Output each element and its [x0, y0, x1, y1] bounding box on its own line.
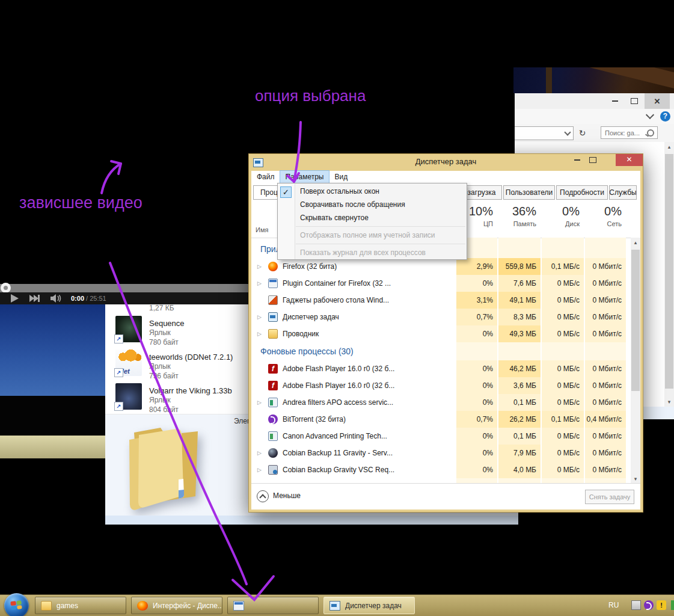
volgarr-shortcut-icon[interactable]: ↗: [115, 383, 142, 410]
window-tray-icon[interactable]: [631, 600, 641, 610]
search-input[interactable]: Поиск: ga...: [601, 126, 658, 139]
taskbar-button-4[interactable]: Диспетчер задач: [323, 597, 415, 614]
expand-arrow-icon[interactable]: ▷: [257, 445, 262, 461]
name-column-header[interactable]: Имя: [256, 226, 268, 233]
scroll-down-icon[interactable]: ▾: [664, 397, 674, 407]
menu-item-options[interactable]: Параметры: [280, 171, 329, 183]
taskbar-button-2[interactable]: Интерфейс - Диспе...: [131, 597, 222, 614]
close-button[interactable]: ✕: [616, 154, 643, 166]
process-row[interactable]: ▷Plugin Container for Firefox (32 ...0%7…: [251, 275, 631, 292]
player-controls: 0:00 / 25:51: [0, 292, 248, 304]
file-name[interactable]: Sequence: [149, 319, 185, 328]
options-menu-item[interactable]: Сворачивать после обращения: [278, 198, 467, 211]
menu-item-view[interactable]: Вид: [329, 171, 353, 183]
volume-icon[interactable]: [51, 294, 61, 303]
play-icon[interactable]: [11, 294, 19, 303]
cobian-vsc-icon: [268, 465, 278, 475]
process-row[interactable]: fAdobe Flash Player 16.0 r0 (32 б...0%3,…: [251, 377, 631, 394]
scroll-up-icon[interactable]: ▴: [664, 142, 674, 152]
firefox-icon: [137, 601, 148, 611]
end-task-button[interactable]: Снять задачу: [585, 490, 634, 504]
start-button[interactable]: [4, 593, 29, 616]
flash-player-icon: f: [268, 364, 278, 374]
tab-7[interactable]: Службы: [609, 185, 637, 200]
teeworlds-shortcut-icon[interactable]: Net ↗: [115, 350, 142, 376]
process-group-header[interactable]: Фоновые процессы (30): [251, 342, 631, 360]
process-row[interactable]: fAdobe Flash Player 16.0 r0 (32 б...0%46…: [251, 360, 631, 377]
process-stat-value: 0 МБ/с: [542, 360, 584, 377]
process-row[interactable]: ▷Проводник0%49,3 МБ0 МБ/с0 Мбит/с: [251, 325, 631, 342]
process-row[interactable]: ▷Firefox (32 бита)2,9%559,8 МБ0,1 МБ/с0 …: [251, 258, 631, 275]
process-row[interactable]: ▷Cobian Backup Gravity VSC Req...0%4,0 М…: [251, 461, 631, 478]
process-stat-value: 0,1 МБ: [498, 428, 541, 445]
process-name: Cobian Backup Gravity VSC Req...: [283, 461, 394, 478]
help-icon[interactable]: ?: [660, 111, 670, 122]
maximize-button[interactable]: [625, 93, 643, 109]
bittorrent-tray-icon[interactable]: [644, 600, 654, 610]
next-icon[interactable]: [29, 295, 40, 302]
menu-separator: [296, 226, 465, 227]
process-row[interactable]: ▷Cobian Backup 11 Gravity - Serv...0%7,9…: [251, 445, 631, 461]
file-name[interactable]: teeworlds (DDNet 7.2.1): [149, 353, 233, 362]
process-row[interactable]: BitTorrent (32 бита)0,7%26,2 МБ0,1 МБ/с0…: [251, 411, 631, 428]
process-row[interactable]: Canon Advanced Printing Tech...0%0,1 МБ0…: [251, 428, 631, 445]
stat-column-header[interactable]: 0%Сеть: [585, 205, 622, 227]
less-details-icon[interactable]: [257, 490, 269, 502]
process-stat-value: 0 МБ/с: [542, 309, 584, 325]
process-stat-value: 0 Мбит/с: [585, 292, 626, 309]
process-row[interactable]: ▷Andrea filters APO access servic...0%0,…: [251, 394, 631, 411]
expand-arrow-icon[interactable]: ▷: [257, 309, 262, 325]
total-time: / 25:51: [86, 295, 106, 302]
process-stat-value: 49,1 МБ: [498, 292, 541, 309]
seek-handle[interactable]: [1, 283, 11, 293]
process-row[interactable]: ▷Диспетчер задач0,7%8,3 МБ0 МБ/с0 Мбит/с: [251, 309, 631, 325]
expand-arrow-icon[interactable]: ▷: [257, 461, 262, 478]
expand-arrow-icon[interactable]: ▷: [257, 325, 262, 342]
minimize-button[interactable]: [606, 93, 624, 109]
options-menu-item[interactable]: Поверх остальных окон✓: [278, 185, 467, 198]
address-combobox[interactable]: [512, 126, 574, 140]
taskbar-button-3[interactable]: [227, 597, 319, 614]
expand-arrow-icon[interactable]: ▷: [257, 394, 262, 411]
tab-6[interactable]: Подробности: [556, 185, 608, 200]
scrollbar-thumb[interactable]: [631, 250, 640, 391]
file-type: Ярлык: [149, 328, 171, 337]
taskbar-button-label: Диспетчер задач: [345, 602, 402, 610]
chevron-down-icon[interactable]: [647, 112, 653, 118]
process-stat-value: 7,9 МБ: [498, 445, 541, 461]
menu-item-file[interactable]: Файл: [251, 171, 280, 183]
column-total-percent: 0%: [542, 205, 580, 218]
scroll-down-icon[interactable]: ▾: [631, 474, 640, 484]
folder-icon[interactable]: [121, 419, 211, 520]
scrollbar[interactable]: ▴ ▾: [664, 142, 674, 407]
close-button[interactable]: ✕: [645, 93, 670, 109]
expand-arrow-icon[interactable]: ▷: [257, 258, 262, 275]
tab-5[interactable]: Пользователи: [503, 185, 555, 200]
scrollbar-thumb[interactable]: [665, 154, 673, 389]
process-stat-value: 0 Мбит/с: [585, 275, 626, 292]
file-name[interactable]: Volgarr the Viking 1.33b: [149, 386, 232, 395]
stat-column-header[interactable]: 0%Диск: [542, 205, 580, 227]
title-bar[interactable]: Диспетчер задач ✕: [249, 154, 643, 171]
title-bar[interactable]: ✕: [515, 93, 674, 109]
less-details-label[interactable]: Меньше: [273, 491, 301, 500]
checkmark-icon: ✓: [280, 186, 292, 198]
tray-icon-cut[interactable]: [671, 600, 674, 610]
file-size: 1,27 КБ: [149, 304, 174, 312]
language-indicator[interactable]: RU: [608, 601, 619, 609]
taskbar-button-1[interactable]: games: [35, 597, 126, 614]
scroll-up-icon[interactable]: ▴: [631, 238, 640, 247]
task-manager-icon: [329, 601, 340, 611]
stat-column-header[interactable]: 36%Память: [498, 205, 536, 227]
sequence-shortcut-icon[interactable]: ↗: [115, 316, 142, 342]
seek-bar[interactable]: [0, 284, 248, 292]
refresh-icon[interactable]: ↻: [575, 126, 590, 140]
maximize-button[interactable]: [585, 154, 601, 166]
process-row[interactable]: Гаджеты рабочего стола Wind...3,1%49,1 М…: [251, 292, 631, 309]
scrollbar[interactable]: ▴ ▾: [631, 238, 640, 484]
minimize-button[interactable]: [569, 154, 585, 166]
options-menu-item[interactable]: Скрывать свернутое: [278, 211, 467, 224]
andrea-filters-icon: [268, 398, 278, 407]
warning-tray-icon[interactable]: !: [657, 600, 666, 610]
expand-arrow-icon[interactable]: ▷: [257, 275, 262, 292]
